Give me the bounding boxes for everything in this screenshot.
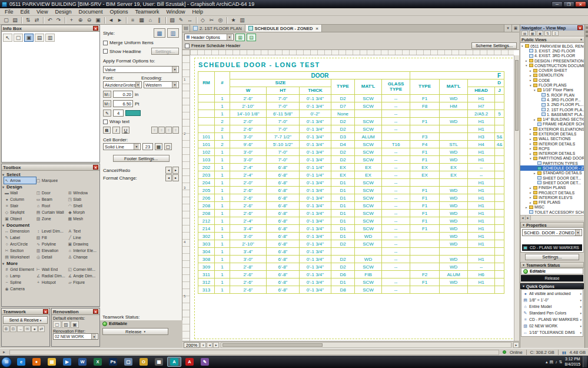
schedule-cell[interactable]: 6'-8" [267,279,300,286]
schedule-cell[interactable]: D2 [331,263,355,271]
tree-item-misc[interactable]: ▸MISC [520,205,584,210]
schedule-cell[interactable]: 14'-10 1/8" [230,110,267,118]
footer-settings-button[interactable]: Footer Settings... [113,155,170,162]
menu-design[interactable]: Design [51,9,75,15]
tree-item-standard-details[interactable]: ▸STANDARD DETAILS [520,171,584,175]
schedule-cell[interactable] [495,217,504,225]
schedule-cell[interactable]: 2'-6" [230,279,267,286]
chevron-down-icon[interactable]: ▾ [580,311,582,315]
schedule-cell[interactable]: WD [440,156,468,164]
reserve-icon[interactable]: ⊞ [3,326,9,332]
excel-icon[interactable]: X [91,357,105,367]
quick-option-cd-plans-w-markers[interactable]: ≡CD - PLANS W/ MARKERS▾ [521,316,583,323]
schedule-cell[interactable]: -- [382,118,410,125]
tool-option-b-icon[interactable]: ▥ [45,34,55,42]
tab-schedule-door-zoned[interactable]: SCHEDULE DOOR - ZONED × [245,25,322,32]
schedule-cell[interactable]: 7'-0" [267,148,300,156]
schedule-cell[interactable]: 2'-6" [230,187,267,194]
tool-text[interactable]: AText [67,228,99,234]
schedule-cell[interactable]: HM [440,102,468,110]
toolbox-section-document[interactable]: ▾Document [2,222,99,228]
schedule-cell[interactable]: 1 [215,286,230,294]
schedule-cell[interactable]: 1 [215,95,230,102]
tree-item-1-16-floor-plans[interactable]: ▾1/16" Floor Plans [520,88,584,92]
release-button[interactable]: Release ▾ [102,328,168,335]
assign-icon[interactable]: → [17,326,24,332]
schedule-cell[interactable]: 5 [495,110,504,118]
chevron-down-icon[interactable]: ▾ [580,331,582,334]
schedule-cell[interactable]: ALUM [355,133,382,141]
schedule-cell[interactable]: 309 [198,263,215,271]
schedule-cell[interactable]: 3'-0" [230,148,267,156]
schedule-cell[interactable]: 6'-11 5/8" [267,110,300,118]
schedule-cell[interactable] [495,279,504,286]
tool-change[interactable]: ΔChange [67,254,99,260]
refresh-icon[interactable]: ⇄ [38,326,45,332]
schedule-cell[interactable]: WD [440,233,468,240]
schedule-cell[interactable]: 101 [198,141,215,148]
schedule-cell[interactable]: WD [440,263,468,271]
schedule-cell[interactable]: 1 [215,179,230,187]
schedule-cell[interactable]: 2'-8" [230,263,267,271]
tool-marquee[interactable]: ▢Marquee [36,177,68,184]
scrollbar-thumb[interactable] [515,60,519,131]
properties-section-header[interactable]: ▼ Properties [520,222,584,228]
view-map-icon[interactable]: ▦ [529,31,536,36]
tool-slab[interactable]: ◳Slab [67,196,99,203]
schedule-cell[interactable] [410,240,440,248]
tree-item-0511-parkview-bldg-renovations[interactable]: ▾0511 PARKVIEW BLDG, RENOVATIONS [520,44,584,48]
menu-edit[interactable]: Edit [17,9,34,15]
schedule-cell[interactable]: SCW [355,194,382,202]
schedule-cell[interactable]: 0'-1 3/4" [300,118,331,125]
schedule-cell[interactable] [495,102,504,110]
schedule-cell[interactable]: 2'-6" [230,202,267,210]
schedule-cell[interactable]: 0'-1 3/4" [300,202,331,210]
tool-mesh[interactable]: ▦Mesh [67,216,99,222]
schedule-cell[interactable]: 313 [198,286,215,294]
schedule-cell[interactable]: -- [382,179,410,187]
schedule-cell[interactable]: F8 [410,102,440,110]
view-settings-button[interactable]: Settings... [525,254,579,260]
schedule-cell[interactable]: 1 [215,263,230,271]
schedule-cell[interactable]: 0'-1 3/4" [300,248,331,256]
windows-explorer-icon[interactable]: ▤ [45,357,59,367]
schedule-cell[interactable]: 1 [215,240,230,248]
schedule-cell[interactable]: H1 [468,179,495,187]
encoding-select[interactable]: Western ▼ [144,81,179,88]
schedule-cell[interactable] [495,95,504,102]
tool-arrow[interactable]: ↖Arrow [4,177,36,184]
schedule-cell[interactable]: -- [382,279,410,286]
tool-wall-end[interactable]: ⊢Wall End [36,266,68,273]
tree-item-ffe-plans[interactable]: ▸FFE PLANS [520,200,584,205]
schedule-cell[interactable] [495,179,504,187]
schedule-cell[interactable] [495,240,504,248]
start-button[interactable]: ⊞ [1,357,12,367]
zoom-in-icon[interactable]: ⊕ [76,16,85,24]
schedule-cell[interactable]: 0'-1 3/4" [300,217,331,225]
tree-item-3-2nd-floor-pl[interactable]: 3. 2ND FLOOR PL... [520,102,584,107]
pan-icon[interactable]: + [67,16,76,24]
schedule-cell[interactable]: SCW [355,210,382,217]
tree-item-design-presentation[interactable]: ▸DESIGN / PRESENTATION [520,58,584,63]
schedule-cell[interactable]: F1 [410,148,440,156]
tool-roof[interactable]: ⌂Roof [36,203,68,209]
quick-option-1-8-1-0[interactable]: ▤1/8" = 1'-0"▾ [521,297,583,303]
notepad-icon[interactable]: ▢ [121,357,135,367]
tool-shell[interactable]: ◠Shell [67,203,99,209]
release-button[interactable]: Release [521,275,583,281]
schedule-cell[interactable]: WD [440,217,468,225]
schedule-cell[interactable]: D1 [331,187,355,194]
public-views-bar[interactable]: Public Views ▼ [520,37,584,43]
toolbox-section-select[interactable]: ▾Select [2,171,99,177]
settings-menu-icon[interactable]: ≡ [552,31,559,36]
menu-window[interactable]: Window [162,9,188,15]
minimize-button[interactable]: ─ [552,1,563,7]
tool-morph[interactable]: ◆Morph [67,209,99,216]
schedule-cell[interactable] [410,125,440,133]
border-pen-input[interactable]: 23 [142,143,153,150]
bold-button[interactable]: B [103,127,111,134]
tool-window[interactable]: ⊞Window [67,190,99,196]
schedule-cell[interactable]: F2 [410,271,440,279]
redo-icon[interactable]: ↷ [54,16,63,24]
element-options-icon[interactable]: ▥ [238,16,247,24]
